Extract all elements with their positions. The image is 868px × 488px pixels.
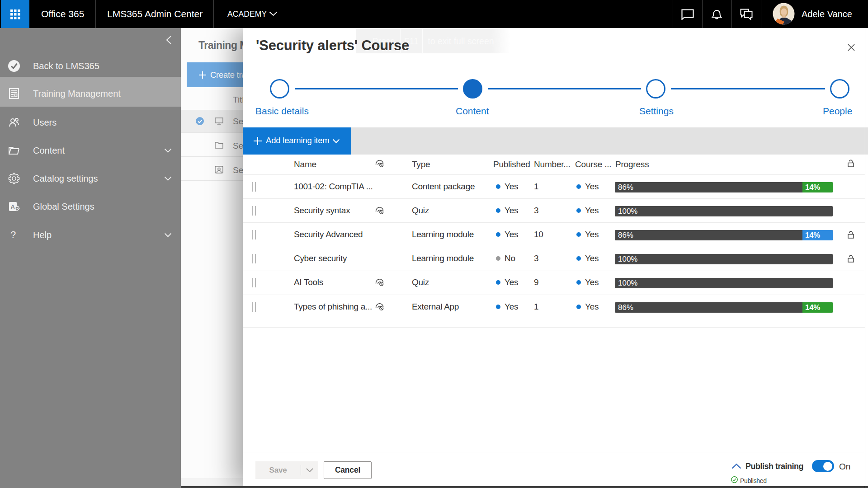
svg-text:A: A	[11, 203, 15, 210]
